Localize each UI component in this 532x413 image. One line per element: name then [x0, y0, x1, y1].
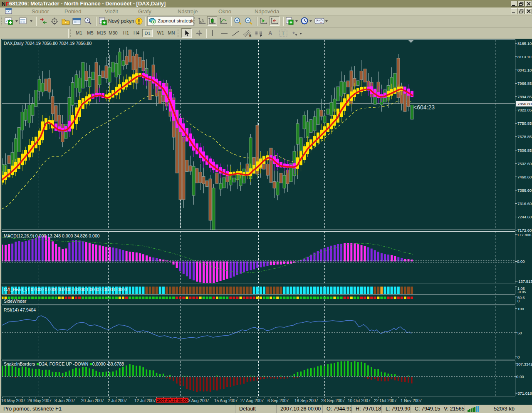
svg-text:7316.60: 7316.60: [517, 201, 532, 206]
svg-text:29 May 2007: 29 May 2007: [27, 398, 52, 403]
svg-text:SnakeInBorders ■D24, FORCE UP: SnakeInBorders ■D24, FORCE UP -DOWN ■0,0…: [4, 361, 124, 366]
svg-text:177.806: 177.806: [517, 232, 531, 237]
svg-text:7460.60: 7460.60: [517, 175, 532, 179]
svg-text:2 Jul 2007: 2 Jul 2007: [108, 398, 127, 403]
svg-text:50: 50: [517, 331, 522, 335]
svg-text:E: E: [249, 34, 252, 37]
svg-text:7532.60: 7532.60: [517, 161, 532, 166]
svg-text:CZI_Heart_v1 0.0000 0.0000 0.0: CZI_Heart_v1 0.0000 0.0000 0.0000 0.0000…: [4, 287, 127, 292]
svg-text:7678.85: 7678.85: [517, 134, 532, 139]
svg-text:8 Jun 2007: 8 Jun 2007: [54, 398, 75, 403]
svg-text:7244.60: 7244.60: [517, 215, 532, 219]
svg-text:F: F: [260, 34, 262, 37]
svg-text:8113.10: 8113.10: [517, 54, 532, 59]
svg-text:7822.85: 7822.85: [517, 108, 532, 112]
svg-text:307.3342: 307.3342: [516, 362, 532, 366]
svg-text:1 Nov 2007: 1 Nov 2007: [401, 398, 422, 403]
svg-text:SideWinder: SideWinder: [4, 299, 27, 304]
svg-text:DAX,Daily 7824.19 7856.80 782: DAX,Daily 7824.19 7856.80 7824.19 7856.8…: [4, 41, 92, 46]
svg-text:18 Sep 2007: 18 Sep 2007: [294, 398, 318, 403]
svg-text:7966.85: 7966.85: [517, 81, 532, 86]
svg-text:-371.018: -371.018: [516, 391, 532, 396]
svg-text:-0.05: -0.05: [517, 290, 526, 294]
svg-text:<604:23: <604:23: [413, 104, 435, 111]
svg-text:0.00: 0.00: [516, 374, 524, 379]
svg-text:0: 0: [517, 299, 520, 303]
svg-text:7894.85: 7894.85: [517, 94, 532, 99]
svg-text:28 Sep 2007: 28 Sep 2007: [321, 398, 345, 403]
svg-text:16 May 2007: 16 May 2007: [1, 398, 25, 403]
svg-text:20 Jun 2007: 20 Jun 2007: [81, 398, 104, 403]
svg-text:6 Sep 2007: 6 Sep 2007: [267, 398, 289, 403]
svg-text:7750.85: 7750.85: [517, 121, 532, 126]
svg-text:7856.80: 7856.80: [517, 101, 532, 106]
svg-text:8185.10: 8185.10: [517, 41, 532, 46]
svg-text:7606.85: 7606.85: [517, 148, 532, 153]
svg-text:12 Jul 2007: 12 Jul 2007: [134, 398, 156, 403]
svg-text:27 Aug 2007: 27 Aug 2007: [240, 398, 264, 403]
svg-text:-137.813: -137.813: [517, 279, 532, 284]
svg-text:T: T: [282, 31, 285, 37]
svg-text:15 Aug 2007: 15 Aug 2007: [214, 398, 238, 403]
svg-text:0: 0: [517, 355, 520, 359]
svg-text:0.00: 0.00: [517, 259, 525, 264]
svg-text:22 Oct 2007: 22 Oct 2007: [374, 398, 397, 403]
svg-text:10 Oct 2007: 10 Oct 2007: [348, 398, 371, 403]
svg-text:7388.60: 7388.60: [517, 188, 532, 193]
svg-text:RSI(14) 47.9404: RSI(14) 47.9404: [4, 307, 36, 312]
svg-text:2007.07.27 00:00: 2007.07.27 00:00: [157, 398, 188, 403]
svg-text:MACD(12,26,9) 0.000 13.248 0.0: MACD(12,26,9) 0.000 13.248 0.000 34.826 …: [4, 233, 100, 238]
svg-text:3 Aug 2007: 3 Aug 2007: [188, 398, 209, 403]
svg-text:8041.10: 8041.10: [517, 68, 532, 72]
svg-text:100: 100: [517, 307, 524, 311]
